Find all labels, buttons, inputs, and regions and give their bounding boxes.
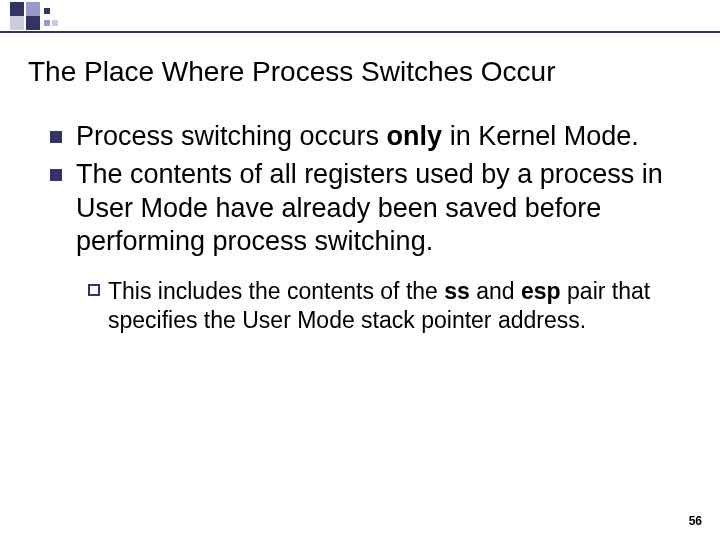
text-fragment: This includes the contents of the bbox=[108, 278, 444, 304]
bullet-text: The contents of all registers used by a … bbox=[76, 158, 690, 259]
header-decoration bbox=[0, 0, 720, 32]
text-fragment: Process switching occurs bbox=[76, 121, 387, 151]
bullet-item: The contents of all registers used by a … bbox=[50, 158, 690, 259]
page-number: 56 bbox=[689, 514, 702, 528]
bullet-item: Process switching occurs only in Kernel … bbox=[50, 120, 690, 154]
bullet-text: Process switching occurs only in Kernel … bbox=[76, 120, 690, 154]
text-fragment: and bbox=[470, 278, 521, 304]
sub-bullet-text: This includes the contents of the ss and… bbox=[108, 277, 690, 335]
text-bold: esp bbox=[521, 278, 561, 304]
slide-title: The Place Where Process Switches Occur bbox=[28, 56, 556, 88]
sub-bullet-list: This includes the contents of the ss and… bbox=[88, 277, 690, 335]
hollow-square-bullet-icon bbox=[88, 284, 100, 296]
square-bullet-icon bbox=[50, 169, 62, 181]
square-bullet-icon bbox=[50, 131, 62, 143]
text-fragment: in Kernel Mode. bbox=[442, 121, 639, 151]
sub-bullet-item: This includes the contents of the ss and… bbox=[88, 277, 690, 335]
slide-body: Process switching occurs only in Kernel … bbox=[50, 120, 690, 335]
text-bold: only bbox=[387, 121, 443, 151]
text-fragment: The contents of all registers used by a … bbox=[76, 159, 663, 257]
text-bold: ss bbox=[444, 278, 470, 304]
